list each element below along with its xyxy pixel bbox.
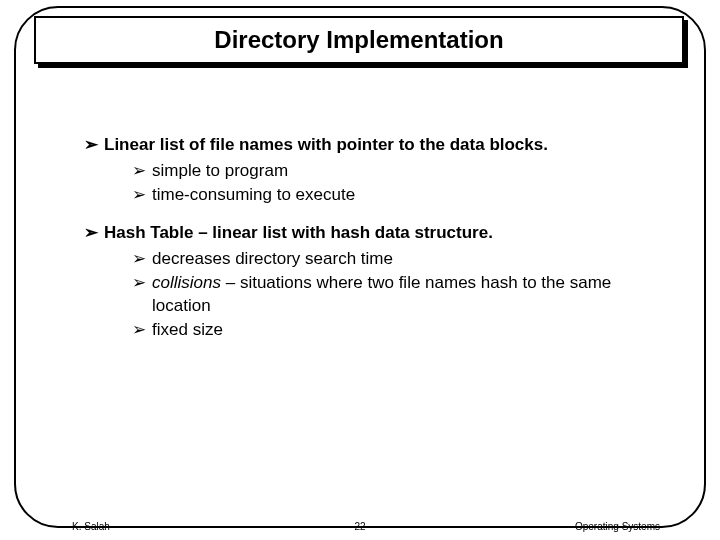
arrow-icon: ➢ [132, 160, 146, 182]
bullet-1-sub-1-text: simple to program [152, 161, 288, 180]
arrow-icon: ➢ [132, 272, 146, 294]
bullet-1: ➢ Linear list of file names with pointer… [84, 134, 664, 156]
arrow-icon: ➢ [132, 319, 146, 341]
bullet-2-sub-1-text: decreases directory search time [152, 249, 393, 268]
arrow-icon: ➢ [84, 134, 98, 156]
slide-title: Directory Implementation [214, 26, 503, 54]
bullet-2-text: Hash Table – linear list with hash data … [104, 223, 493, 242]
footer: K. Salah 22 Operating Systems [0, 514, 720, 532]
bullet-1-sub-2-text: time-consuming to execute [152, 185, 355, 204]
arrow-icon: ➢ [132, 184, 146, 206]
bullet-2-sub-3-text: fixed size [152, 320, 223, 339]
bullet-2: ➢ Hash Table – linear list with hash dat… [84, 222, 664, 244]
title-box: Directory Implementation [34, 16, 684, 64]
arrow-icon: ➢ [84, 222, 98, 244]
bullet-2-sub-2-rest: – situations where two file names hash t… [152, 273, 611, 314]
bullet-1-sublist: ➢ simple to program ➢ time-consuming to … [132, 160, 664, 206]
bullet-2-sub-1: ➢ decreases directory search time [132, 248, 664, 270]
bullet-2-sub-3: ➢ fixed size [132, 319, 664, 341]
bullet-2-sub-2: ➢ collisions – situations where two file… [132, 272, 664, 316]
bullet-2-sub-2-italic: collisions [152, 273, 221, 292]
arrow-icon: ➢ [132, 248, 146, 270]
bullet-2-sublist: ➢ decreases directory search time ➢ coll… [132, 248, 664, 340]
slide: Directory Implementation ➢ Linear list o… [0, 0, 720, 540]
content-area: ➢ Linear list of file names with pointer… [84, 134, 664, 357]
bullet-1-sub-2: ➢ time-consuming to execute [132, 184, 664, 206]
bullet-1-text: Linear list of file names with pointer t… [104, 135, 548, 154]
bullet-1-sub-1: ➢ simple to program [132, 160, 664, 182]
footer-course: Operating Systems [575, 521, 660, 532]
